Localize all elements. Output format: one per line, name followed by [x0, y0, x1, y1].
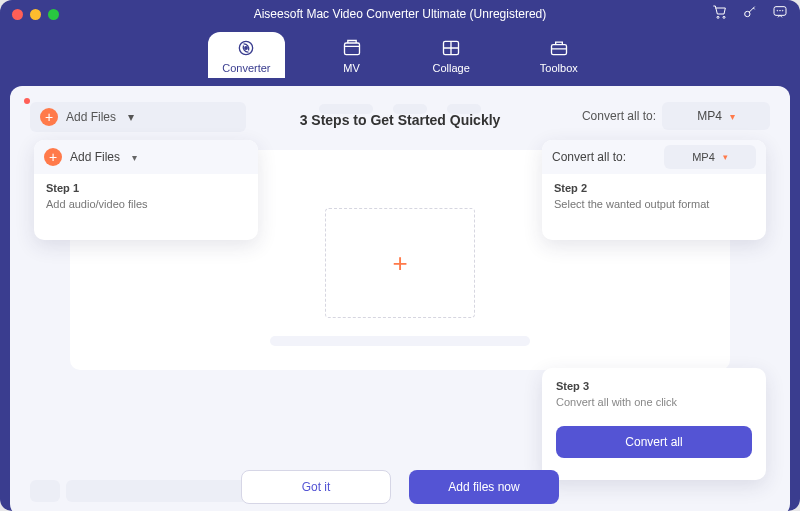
svg-point-6: [782, 10, 783, 11]
feedback-icon[interactable]: [772, 4, 788, 24]
window-controls: [12, 9, 59, 20]
output-format-value: MP4: [692, 151, 715, 163]
window-title: Aiseesoft Mac Video Converter Ultimate (…: [0, 7, 800, 21]
onboarding-heading: 3 Steps to Get Started Quickly: [10, 112, 790, 128]
chevron-down-icon: ▾: [723, 152, 728, 162]
tab-toolbox[interactable]: Toolbox: [526, 32, 592, 78]
svg-point-8: [245, 47, 248, 50]
step1-card: + Add Files ▾ Step 1 Add audio/video fil…: [34, 140, 258, 240]
fullscreen-window-button[interactable]: [48, 9, 59, 20]
convert-all-to-label: Convert all to:: [552, 150, 626, 164]
svg-point-1: [723, 16, 725, 18]
svg-point-5: [780, 10, 781, 11]
convert-all-button[interactable]: Convert all: [556, 426, 752, 458]
output-format-select[interactable]: MP4 ▾: [664, 145, 756, 169]
tab-label: Toolbox: [540, 62, 578, 74]
step3-desc: Convert all with one click: [556, 396, 752, 408]
tab-label: Collage: [433, 62, 470, 74]
add-files-label: Add Files: [70, 150, 120, 164]
step2-title: Step 2: [554, 182, 754, 194]
got-it-button[interactable]: Got it: [241, 470, 391, 504]
main-tabs: Converter MV Collage Toolbox: [0, 28, 800, 86]
step1-title: Step 1: [46, 182, 246, 194]
plus-icon: +: [44, 148, 62, 166]
minimize-window-button[interactable]: [30, 9, 41, 20]
svg-rect-11: [551, 45, 566, 55]
svg-point-4: [777, 10, 778, 11]
app-window: Aiseesoft Mac Video Converter Ultimate (…: [0, 0, 800, 511]
onboarding-footer: Got it Add files now: [241, 470, 559, 504]
close-window-button[interactable]: [12, 9, 23, 20]
cart-icon[interactable]: [712, 4, 728, 24]
title-bar: Aiseesoft Mac Video Converter Ultimate (…: [0, 0, 800, 28]
svg-rect-9: [344, 43, 359, 55]
step2-card: Convert all to: MP4 ▾ Step 2 Select the …: [542, 140, 766, 240]
tab-collage[interactable]: Collage: [419, 32, 484, 78]
tab-converter[interactable]: Converter: [208, 32, 284, 78]
svg-point-2: [745, 11, 750, 16]
content-area: + Add Files ▾ Convert all to: MP4 ▾ +: [10, 86, 790, 511]
step1-desc: Add audio/video files: [46, 198, 246, 210]
step3-title: Step 3: [556, 380, 752, 392]
key-icon[interactable]: [742, 4, 758, 24]
step2-desc: Select the wanted output format: [554, 198, 754, 210]
tab-label: Converter: [222, 62, 270, 74]
onboarding-overlay: 3 Steps to Get Started Quickly + Add Fil…: [10, 86, 790, 511]
step3-card: Step 3 Convert all with one click Conver…: [542, 368, 766, 480]
add-files-now-button[interactable]: Add files now: [409, 470, 559, 504]
svg-point-0: [717, 16, 719, 18]
step1-header[interactable]: + Add Files ▾: [34, 140, 258, 174]
chevron-down-icon: ▾: [132, 152, 137, 163]
tab-label: MV: [343, 62, 360, 74]
tab-mv[interactable]: MV: [327, 32, 377, 78]
close-overlay-button[interactable]: [24, 98, 30, 104]
